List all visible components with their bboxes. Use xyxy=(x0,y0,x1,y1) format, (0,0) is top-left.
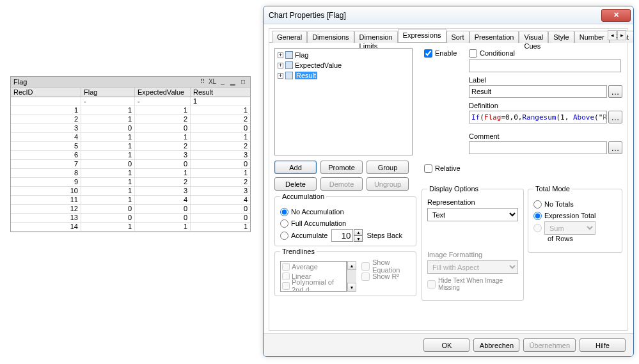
scroll-up-icon[interactable]: ▲ xyxy=(347,261,356,270)
trendline-item[interactable]: Average xyxy=(281,262,346,271)
demote-button[interactable]: Demote xyxy=(320,177,363,191)
table-row[interactable]: 7000 xyxy=(11,160,250,169)
promote-button[interactable]: Promote xyxy=(320,161,363,174)
hide-text-checkbox[interactable]: Hide Text When Image Missing xyxy=(427,279,518,289)
scroll-down-icon[interactable]: ▼ xyxy=(347,283,356,292)
cancel-button[interactable]: Abbrechen xyxy=(473,338,519,352)
delete-button[interactable]: Delete xyxy=(274,177,317,191)
definition-edit-button[interactable]: … xyxy=(608,111,622,123)
total-sum[interactable] xyxy=(533,223,542,234)
conditional-label: Conditional xyxy=(480,49,515,57)
close-icon: ✕ xyxy=(613,11,619,19)
tree-node[interactable]: +Result xyxy=(276,70,411,81)
dialog-titlebar[interactable]: Chart Properties [Flag] ✕ xyxy=(264,6,633,24)
tree-node[interactable]: +Flag xyxy=(276,50,411,60)
add-button[interactable]: Add xyxy=(274,161,317,174)
group-button[interactable]: Group xyxy=(367,161,409,174)
table-row[interactable]: 9122 xyxy=(11,178,250,187)
total-none[interactable]: No Totals xyxy=(533,198,617,210)
table-row[interactable]: 12000 xyxy=(11,205,250,214)
table-row[interactable]: 1111 xyxy=(11,106,250,115)
table-row[interactable]: 14111 xyxy=(11,223,250,232)
enable-checkbox[interactable]: Enable xyxy=(424,48,457,58)
tab-expressions[interactable]: Expressions xyxy=(398,29,446,42)
table-row[interactable]: 11144 xyxy=(11,196,250,205)
representation-select[interactable]: Text xyxy=(427,208,518,221)
accum-none[interactable]: No Accumulation xyxy=(280,206,411,218)
comment-edit-button[interactable]: … xyxy=(608,141,622,154)
relative-checkbox-input[interactable] xyxy=(424,164,432,173)
col-flag[interactable]: Flag xyxy=(81,88,135,97)
underscore-icon[interactable]: _ xyxy=(218,77,227,86)
restore-icon[interactable]: □ xyxy=(239,77,248,86)
ok-button[interactable]: OK xyxy=(423,338,469,352)
col-recid[interactable]: RecID xyxy=(11,88,81,97)
conditional-checkbox-input[interactable] xyxy=(469,49,477,58)
accum-steps[interactable]: Accumulate xyxy=(280,230,327,241)
tab-scroll-left[interactable]: ◂ xyxy=(608,30,617,40)
table-row[interactable]: 2122 xyxy=(11,115,250,124)
tab-style[interactable]: Style xyxy=(548,31,574,43)
expand-icon[interactable]: + xyxy=(278,52,283,58)
table-row[interactable]: 4111 xyxy=(11,133,250,142)
representation-label: Representation xyxy=(427,198,518,206)
col-expected[interactable]: ExpectedValue xyxy=(135,88,191,97)
expand-icon[interactable]: + xyxy=(278,63,283,68)
table-row[interactable]: 3000 xyxy=(11,124,250,133)
show-equation-checkbox[interactable]: Show Equation xyxy=(361,261,411,271)
trendlines-list[interactable]: AverageLinearPolynomial of 2nd d xyxy=(280,261,347,292)
enable-checkbox-input[interactable] xyxy=(424,49,432,58)
expr-icon xyxy=(285,51,293,59)
tab-dimensions[interactable]: Dimensions xyxy=(307,31,354,43)
tab-bar: GeneralDimensionsDimension LimitsExpress… xyxy=(269,29,627,43)
apply-button[interactable]: Übernehmen xyxy=(523,338,576,352)
expand-icon[interactable]: + xyxy=(278,73,283,79)
comment-input[interactable] xyxy=(469,141,607,154)
expression-tree[interactable]: +Flag+ExpectedValue+Result xyxy=(274,48,413,155)
relative-label: Relative xyxy=(435,164,461,172)
table-row[interactable]: 6133 xyxy=(11,151,250,160)
display-legend: Display Options xyxy=(427,185,480,193)
label-edit-button[interactable]: … xyxy=(608,85,622,98)
accumulation-legend: Accumulation xyxy=(280,193,326,200)
conditional-input[interactable] xyxy=(469,59,621,72)
tab-sort[interactable]: Sort xyxy=(446,31,469,43)
expr-icon xyxy=(285,72,293,79)
tree-node[interactable]: +ExpectedValue xyxy=(276,60,411,70)
flag-table-titlebar[interactable]: Flag ⠿ XL _ ▁ □ xyxy=(11,77,250,87)
table-row[interactable]: 13000 xyxy=(11,214,250,223)
table-row[interactable]: 10133 xyxy=(11,187,250,196)
tab-scroll-right[interactable]: ▸ xyxy=(617,30,626,40)
spin-up-icon[interactable]: ▲ xyxy=(354,229,363,235)
tab-general[interactable]: General xyxy=(272,31,307,43)
table-header[interactable]: RecID Flag ExpectedValue Result xyxy=(11,87,250,97)
ungroup-button[interactable]: Ungroup xyxy=(367,177,409,191)
minimize-icon[interactable]: ▁ xyxy=(228,77,237,86)
label-caption: Label xyxy=(469,76,486,84)
col-result[interactable]: Result xyxy=(191,88,250,97)
xl-icon[interactable]: XL xyxy=(208,77,217,86)
definition-input[interactable]: If(Flag=0,0,Rangesum(1, Above("Result"))… xyxy=(469,111,607,123)
table-row[interactable]: 5122 xyxy=(11,142,250,151)
help-button[interactable]: Hilfe xyxy=(580,338,626,352)
trendline-item[interactable]: Polynomial of 2nd d xyxy=(281,281,346,290)
table-icon[interactable]: ⠿ xyxy=(198,77,207,86)
trendlines-scrollbar[interactable]: ▲ ▼ xyxy=(347,261,356,292)
relative-checkbox[interactable]: Relative xyxy=(424,163,461,173)
close-button[interactable]: ✕ xyxy=(601,9,631,22)
tab-dimension-limits[interactable]: Dimension Limits xyxy=(354,31,398,43)
spin-down-icon[interactable]: ▼ xyxy=(354,235,363,242)
tab-visual-cues[interactable]: Visual Cues xyxy=(519,31,548,43)
total-expression[interactable]: Expression Total xyxy=(533,210,617,221)
tab-number[interactable]: Number xyxy=(574,31,610,43)
flag-table-title: Flag xyxy=(13,77,27,87)
accum-full[interactable]: Full Accumulation xyxy=(280,218,411,229)
trendlines-group: Trendlines AverageLinearPolynomial of 2n… xyxy=(274,251,416,296)
image-formatting-select: Fill with Aspect xyxy=(427,260,518,274)
table-row[interactable]: 8111 xyxy=(11,169,250,178)
steps-back-spinner[interactable]: ▲▼ xyxy=(331,229,363,242)
tab-presentation[interactable]: Presentation xyxy=(469,31,519,43)
of-rows-label: of Rows xyxy=(533,235,617,242)
label-input[interactable] xyxy=(469,85,607,98)
conditional-checkbox[interactable]: Conditional xyxy=(469,48,515,58)
